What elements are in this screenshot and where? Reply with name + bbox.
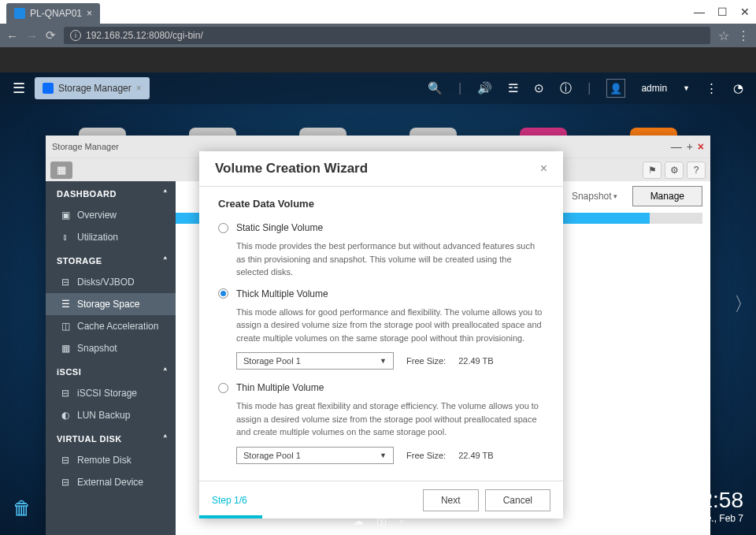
favicon xyxy=(14,8,25,19)
search-icon[interactable]: 🔍 xyxy=(428,81,443,95)
free-size-label: Free Size: xyxy=(406,356,446,366)
volume-icon[interactable]: 🔊 xyxy=(477,81,492,95)
sidebar-item-lun-backup[interactable]: ◐LUN Backup xyxy=(46,404,176,426)
wizard-title: Volume Creation Wizard xyxy=(215,161,368,176)
book-icon[interactable]: ▫ xyxy=(400,515,404,527)
forward-icon[interactable]: → xyxy=(26,29,38,43)
wizard-body: Create Data Volume Static Single Volume … xyxy=(199,187,563,481)
site-info-icon[interactable]: i xyxy=(70,30,81,41)
disk-icon: ⊟ xyxy=(60,277,71,288)
sidebar-item-external-device[interactable]: ⊟External Device xyxy=(46,471,176,493)
sidebar-item-storage-space[interactable]: ☰Storage Space xyxy=(46,293,176,315)
external-icon: ⊟ xyxy=(60,477,71,488)
sidebar-item-remote-disk[interactable]: ⊟Remote Disk xyxy=(46,449,176,471)
option-thick-multiple: Thick Multiple Volume This mode allows f… xyxy=(218,288,544,370)
storage-icon: ☰ xyxy=(60,299,71,310)
chevron-up-icon: ˄ xyxy=(163,256,169,266)
more-icon[interactable]: ⋮ xyxy=(706,81,717,95)
browser-toolbar: ← → ⟳ i 192.168.25.12:8080/cgi-bin/ ☆ ⋮ xyxy=(0,24,756,47)
storage-pool-select[interactable]: Storage Pool 1 ▼ xyxy=(236,352,394,370)
sidebar-item-disks[interactable]: ⊟Disks/VJBOD xyxy=(46,271,176,293)
wizard-header: Volume Creation Wizard × xyxy=(199,151,563,187)
qnap-desktop: ☰ Storage Manager × 🔍 | 🔊 ☲ ⊙ ⓘ | 👤 admi… xyxy=(0,72,756,535)
desktop-next-icon[interactable]: 〉 xyxy=(734,292,753,317)
info-icon[interactable]: ⓘ xyxy=(560,81,572,96)
radio-label[interactable]: Thick Multiple Volume xyxy=(236,288,328,299)
sidebar-item-iscsi-storage[interactable]: ⊟iSCSI Storage xyxy=(46,382,176,404)
tasks-icon[interactable]: ☲ xyxy=(508,81,518,95)
devices-icon[interactable]: ⊙ xyxy=(534,81,544,95)
radio-thick-multiple[interactable] xyxy=(218,288,228,299)
snapshot-button[interactable]: Snapshot▾ xyxy=(563,186,626,206)
chart-icon: ⫾ xyxy=(60,232,71,243)
overview-icon: ▣ xyxy=(60,210,71,221)
sidebar-section-iscsi[interactable]: iSCSI˄ xyxy=(46,359,176,382)
option-description: This mode allows for good performance an… xyxy=(236,306,544,345)
maximize-icon[interactable]: + xyxy=(687,140,693,153)
pager-dot[interactable] xyxy=(376,499,380,503)
home-icon[interactable]: ▦ xyxy=(50,162,72,179)
sidebar-section-virtual-disk[interactable]: VIRTUAL DISK˄ xyxy=(46,426,176,449)
step-indicator: Step 1/6 xyxy=(212,495,247,506)
desktop-pager[interactable] xyxy=(361,499,395,503)
maximize-icon[interactable]: ☐ xyxy=(717,6,728,18)
reload-icon[interactable]: ⟳ xyxy=(46,28,56,43)
cloud-icon[interactable]: ☁ xyxy=(353,515,364,527)
pager-dot[interactable] xyxy=(361,499,366,503)
back-icon[interactable]: ← xyxy=(6,29,18,43)
storage-pool-select[interactable]: Storage Pool 1 ▼ xyxy=(236,447,394,464)
sidebar-item-utilization[interactable]: ⫾Utilization xyxy=(46,226,176,248)
radio-label[interactable]: Static Single Volume xyxy=(236,222,323,233)
sidebar-item-overview[interactable]: ▣Overview xyxy=(46,204,176,226)
minimize-icon[interactable]: — xyxy=(694,6,705,18)
user-avatar-icon[interactable]: 👤 xyxy=(606,79,625,98)
clock: 12:58 Tue., Feb 7 xyxy=(688,488,743,524)
user-dropdown-icon[interactable]: ▼ xyxy=(683,84,690,92)
close-icon[interactable]: × xyxy=(540,162,547,176)
cache-icon: ◫ xyxy=(60,321,71,332)
progress-indicator xyxy=(199,515,262,518)
close-icon[interactable]: ✕ xyxy=(740,6,750,18)
next-button[interactable]: Next xyxy=(423,489,479,511)
radio-static-single[interactable] xyxy=(218,223,228,233)
recycle-bin-icon[interactable]: 🗑 xyxy=(9,494,35,522)
address-bar[interactable]: i 192.168.25.12:8080/cgi-bin/ xyxy=(64,27,710,44)
flag-icon[interactable]: ⚑ xyxy=(643,162,662,179)
pool-row: Storage Pool 1 ▼ Free Size: 22.49 TB xyxy=(236,447,544,464)
minimize-icon[interactable]: — xyxy=(671,140,682,153)
app-tab-storage-manager[interactable]: Storage Manager × xyxy=(35,77,150,99)
help-icon[interactable]: ? xyxy=(687,162,706,179)
sidebar-item-snapshot[interactable]: ▦Snapshot xyxy=(46,337,176,359)
user-name[interactable]: admin xyxy=(641,83,667,94)
clock-time: 12:58 xyxy=(688,488,743,513)
sidebar-item-cache[interactable]: ◫Cache Acceleration xyxy=(46,315,176,337)
app-tab-close-icon[interactable]: × xyxy=(136,83,142,94)
gear-icon[interactable]: ⚙ xyxy=(665,162,684,179)
chevron-down-icon: ▼ xyxy=(380,357,387,365)
snapshot-icon: ▦ xyxy=(60,343,71,354)
free-size-value: 22.49 TB xyxy=(458,451,493,460)
browser-tab[interactable]: PL-QNAP01 × xyxy=(6,3,100,24)
radio-label[interactable]: Thin Multiple Volume xyxy=(236,382,324,393)
radio-thin-multiple[interactable] xyxy=(218,383,228,393)
menu-icon[interactable]: ⋮ xyxy=(737,28,750,43)
sidebar-section-storage[interactable]: STORAGE˄ xyxy=(46,248,176,271)
option-description: This mode provides the best performance … xyxy=(236,240,544,279)
close-icon[interactable]: × xyxy=(698,140,704,153)
tab-title: PL-QNAP01 xyxy=(30,8,82,19)
remote-icon: ⊟ xyxy=(60,455,71,466)
tab-close-icon[interactable]: × xyxy=(87,8,92,19)
dashboard-icon[interactable]: ◔ xyxy=(733,81,743,95)
key-icon[interactable]: ⚿ xyxy=(376,515,387,527)
volume-creation-wizard: Volume Creation Wizard × Create Data Vol… xyxy=(199,151,563,518)
star-icon[interactable]: ☆ xyxy=(718,28,729,43)
browser-tabs-bar: PL-QNAP01 × xyxy=(0,0,756,24)
manage-button[interactable]: Manage xyxy=(632,186,702,206)
menu-icon[interactable]: ☰ xyxy=(13,80,25,97)
sidebar-section-dashboard[interactable]: DASHBOARD˄ xyxy=(46,181,176,204)
cancel-button[interactable]: Cancel xyxy=(485,489,550,511)
free-size-value: 22.49 TB xyxy=(458,356,493,366)
pager-dot[interactable] xyxy=(390,499,395,503)
chevron-up-icon: ˄ xyxy=(163,189,169,199)
topbar-right: 🔍 | 🔊 ☲ ⊙ ⓘ | 👤 admin ▼ ⋮ ◔ xyxy=(428,79,743,98)
